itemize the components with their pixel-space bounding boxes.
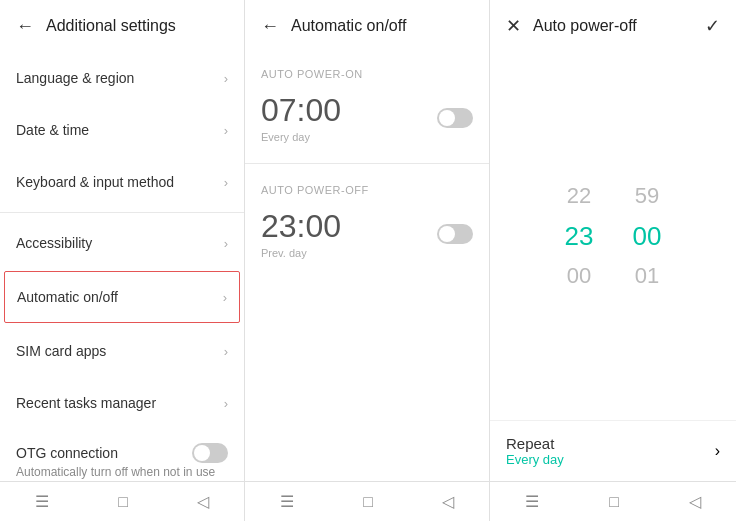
auto-power-on-label: AUTO POWER-ON: [261, 68, 473, 80]
menu-icon[interactable]: ☰: [525, 492, 539, 511]
otg-toggle[interactable]: [192, 443, 228, 463]
hour-item-23[interactable]: 23: [549, 216, 609, 256]
sidebar-item-recenttasks[interactable]: Recent tasks manager ›: [0, 377, 244, 429]
middle-bottom-nav: ☰ □ ◁: [245, 481, 489, 521]
divider: [245, 163, 489, 164]
auto-power-off-toggle[interactable]: [437, 224, 473, 244]
auto-power-on-toggle[interactable]: [437, 108, 473, 128]
back-icon[interactable]: ←: [16, 16, 34, 37]
sidebar-item-autoonoff[interactable]: Automatic on/off ›: [4, 271, 240, 323]
auto-power-off-label: AUTO POWER-OFF: [261, 184, 473, 196]
minute-item-01[interactable]: 01: [617, 256, 677, 296]
home-icon[interactable]: □: [609, 493, 619, 511]
minutes-column: 59 00 01: [617, 176, 677, 296]
home-icon[interactable]: □: [363, 493, 373, 511]
auto-power-on-section: AUTO POWER-ON 07:00 Every day: [245, 52, 489, 159]
auto-power-off-section: AUTO POWER-OFF 23:00 Prev. day: [245, 168, 489, 275]
close-icon[interactable]: ✕: [506, 15, 521, 37]
minute-item-59[interactable]: 59: [617, 176, 677, 216]
auto-power-on-time: 07:00: [261, 92, 341, 129]
hours-column: 22 23 00: [549, 176, 609, 296]
right-panel-header: ✕ Auto power-off ✓: [490, 0, 736, 52]
right-panel-title: Auto power-off: [533, 17, 637, 35]
back-nav-icon[interactable]: ◁: [197, 492, 209, 511]
sidebar-item-datetime[interactable]: Date & time ›: [0, 104, 244, 156]
sidebar-item-accessibility[interactable]: Accessibility ›: [0, 217, 244, 269]
settings-list: Language & region › Date & time › Keyboa…: [0, 52, 244, 481]
chevron-icon: ›: [224, 236, 228, 251]
chevron-icon: ›: [224, 396, 228, 411]
left-panel: ← Additional settings Language & region …: [0, 0, 245, 521]
menu-icon[interactable]: ☰: [35, 492, 49, 511]
back-nav-icon[interactable]: ◁: [689, 492, 701, 511]
right-panel: ✕ Auto power-off ✓ 22 23 00 59 00 01 Rep…: [490, 0, 736, 521]
back-nav-icon[interactable]: ◁: [442, 492, 454, 511]
hour-item-00[interactable]: 00: [549, 256, 609, 296]
sidebar-item-keyboard[interactable]: Keyboard & input method ›: [0, 156, 244, 208]
middle-panel: ← Automatic on/off AUTO POWER-ON 07:00 E…: [245, 0, 490, 521]
left-bottom-nav: ☰ □ ◁: [0, 481, 244, 521]
sidebar-item-language[interactable]: Language & region ›: [0, 52, 244, 104]
auto-power-off-sub: Prev. day: [261, 247, 341, 259]
repeat-row[interactable]: Repeat Every day ›: [490, 420, 736, 481]
auto-power-off-time: 23:00: [261, 208, 341, 245]
middle-panel-header: ← Automatic on/off: [245, 0, 489, 52]
auto-power-on-row[interactable]: 07:00 Every day: [261, 88, 473, 151]
minute-item-00[interactable]: 00: [617, 216, 677, 256]
chevron-icon: ›: [223, 290, 227, 305]
back-icon[interactable]: ←: [261, 16, 279, 37]
chevron-icon: ›: [224, 71, 228, 86]
sidebar-item-simcard[interactable]: SIM card apps ›: [0, 325, 244, 377]
chevron-icon: ›: [224, 175, 228, 190]
divider: [0, 212, 244, 213]
left-panel-header: ← Additional settings: [0, 0, 244, 52]
hour-item-22[interactable]: 22: [549, 176, 609, 216]
chevron-icon: ›: [715, 442, 720, 460]
repeat-label: Repeat: [506, 435, 564, 452]
menu-icon[interactable]: ☰: [280, 492, 294, 511]
auto-power-off-row[interactable]: 23:00 Prev. day: [261, 204, 473, 267]
repeat-value: Every day: [506, 452, 564, 467]
chevron-icon: ›: [224, 344, 228, 359]
chevron-icon: ›: [224, 123, 228, 138]
middle-panel-title: Automatic on/off: [291, 17, 406, 35]
left-panel-title: Additional settings: [46, 17, 176, 35]
check-icon[interactable]: ✓: [705, 15, 720, 37]
time-picker: 22 23 00 59 00 01: [490, 52, 736, 420]
home-icon[interactable]: □: [118, 493, 128, 511]
sidebar-item-otg[interactable]: OTG connection Automatically turn off wh…: [0, 429, 244, 481]
auto-power-on-sub: Every day: [261, 131, 341, 143]
right-bottom-nav: ☰ □ ◁: [490, 481, 736, 521]
time-picker-container: 22 23 00 59 00 01 Repeat Every day ›: [490, 52, 736, 481]
